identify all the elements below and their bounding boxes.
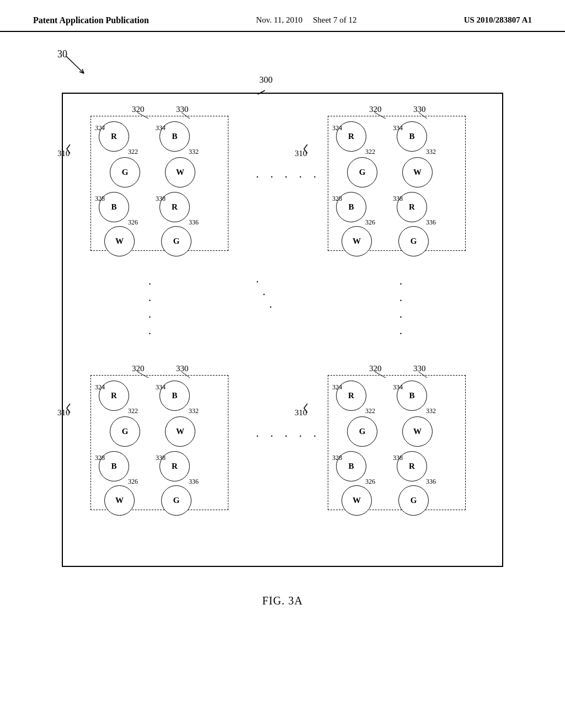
circle-G-324-br: G bbox=[347, 416, 377, 447]
bracket-310-bl bbox=[55, 397, 82, 425]
num-332-tr: 332 bbox=[426, 148, 436, 156]
num-324-tr: 324 bbox=[332, 124, 342, 132]
svg-line-7 bbox=[419, 113, 427, 119]
num-334-bl: 334 bbox=[156, 383, 166, 392]
dots-center-diag: · · · bbox=[256, 276, 272, 314]
circle-W-334-bl: W bbox=[165, 416, 195, 447]
diagram-area: 30 300 310 bbox=[45, 49, 520, 589]
figure-label: FIG. 3A bbox=[262, 595, 303, 607]
num-322-tr: 322 bbox=[365, 148, 375, 156]
circle-W-334-br: W bbox=[402, 416, 433, 447]
num-322-tl: 322 bbox=[128, 148, 138, 156]
circle-G-338-br: G bbox=[398, 485, 429, 516]
num-338-tl: 338 bbox=[156, 195, 166, 203]
outer-box-300: 310 320 330 R bbox=[62, 93, 503, 567]
circle-G-338-tl: G bbox=[161, 226, 191, 256]
num-328-tl: 328 bbox=[95, 195, 105, 203]
num-324-br: 324 bbox=[332, 383, 342, 392]
num-334-tr: 334 bbox=[393, 124, 403, 132]
dots-right-v: ···· bbox=[399, 276, 402, 342]
callout-320-330-bl bbox=[118, 364, 228, 381]
bracket-310-br bbox=[292, 397, 319, 425]
unit-group-bottom-left: 310 320 330 R 322 B 332 324 G 334 W bbox=[74, 364, 250, 518]
num-326-bl: 326 bbox=[128, 478, 138, 486]
circle-G-338-bl: G bbox=[161, 485, 191, 516]
num-332-tl: 332 bbox=[189, 148, 199, 156]
circle-W-334-tl: W bbox=[165, 157, 195, 188]
circle-W-328-tl: W bbox=[104, 226, 135, 256]
svg-line-9 bbox=[182, 372, 190, 378]
num-328-br: 328 bbox=[332, 454, 342, 462]
num-334-tl: 334 bbox=[156, 124, 166, 132]
circle-G-324-tl: G bbox=[110, 157, 140, 188]
unit-group-top-right: 310 320 330 R 322 bbox=[311, 105, 488, 259]
circle-G-338-tr: G bbox=[398, 226, 429, 256]
dots-left-v: ···· bbox=[148, 276, 151, 342]
publication-title: Patent Application Publication bbox=[33, 15, 149, 25]
arrow-30 bbox=[45, 49, 111, 87]
callout-320-330-tl bbox=[118, 105, 228, 121]
num-324-tl: 324 bbox=[95, 124, 105, 132]
circle-G-324-bl: G bbox=[110, 416, 140, 447]
num-334-br: 334 bbox=[393, 383, 403, 392]
svg-line-8 bbox=[137, 372, 148, 378]
num-326-tl: 326 bbox=[128, 218, 138, 227]
num-332-br: 332 bbox=[426, 407, 436, 415]
circle-W-334-tr: W bbox=[402, 157, 433, 188]
circle-G-324-tr: G bbox=[347, 157, 377, 188]
pub-date: Nov. 11, 2010 bbox=[256, 15, 302, 24]
num-338-bl: 338 bbox=[156, 454, 166, 462]
num-336-tr: 336 bbox=[426, 218, 436, 227]
svg-line-6 bbox=[375, 113, 386, 119]
callout-320-330-br bbox=[355, 364, 466, 381]
svg-line-11 bbox=[419, 372, 427, 378]
circle-W-328-tr: W bbox=[342, 226, 372, 256]
main-content: 30 300 310 bbox=[0, 32, 565, 607]
circle-W-328-bl: W bbox=[104, 485, 135, 516]
num-336-br: 336 bbox=[426, 478, 436, 486]
unit-group-top-left: 310 320 330 R bbox=[74, 105, 250, 259]
num-326-br: 326 bbox=[365, 478, 375, 486]
svg-line-5 bbox=[182, 113, 190, 119]
bracket-310-tl bbox=[55, 138, 82, 165]
num-338-br: 338 bbox=[393, 454, 403, 462]
svg-line-10 bbox=[375, 372, 386, 378]
num-322-br: 322 bbox=[365, 407, 375, 415]
num-326-tr: 326 bbox=[365, 218, 375, 227]
num-328-bl: 328 bbox=[95, 454, 105, 462]
page-header: Patent Application Publication Nov. 11, … bbox=[0, 0, 565, 32]
num-336-bl: 336 bbox=[189, 478, 199, 486]
sheet-info: Sheet 7 of 12 bbox=[313, 15, 357, 24]
circle-W-328-br: W bbox=[342, 485, 372, 516]
patent-number: US 2010/283807 A1 bbox=[464, 15, 532, 25]
date-sheet: Nov. 11, 2010 Sheet 7 of 12 bbox=[256, 15, 357, 25]
num-332-bl: 332 bbox=[189, 407, 199, 415]
svg-line-0 bbox=[66, 56, 84, 73]
callout-320-330-tr bbox=[355, 105, 466, 121]
num-336-tl: 336 bbox=[189, 218, 199, 227]
bracket-310-tr bbox=[292, 138, 319, 165]
num-322-bl: 322 bbox=[128, 407, 138, 415]
unit-group-bottom-right: 310 320 330 R 322 B 332 324 G 334 W bbox=[311, 364, 488, 518]
num-328-tr: 328 bbox=[332, 195, 342, 203]
svg-line-4 bbox=[137, 113, 148, 119]
num-324-bl: 324 bbox=[95, 383, 105, 392]
num-338-tr: 338 bbox=[393, 195, 403, 203]
